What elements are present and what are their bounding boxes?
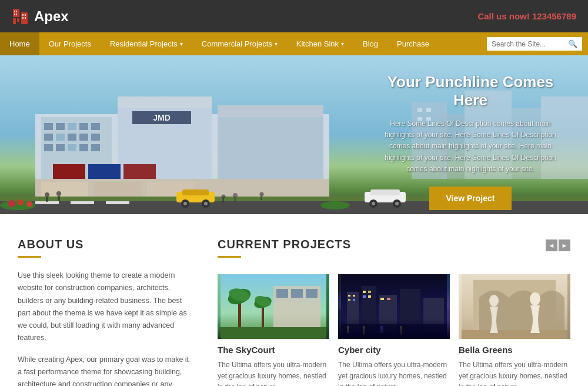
nav-item-blog[interactable]: Blog (353, 32, 387, 55)
projects-nav-arrows: ◄ ► (546, 239, 570, 251)
project-title-2: Cyber city (338, 345, 450, 355)
svg-rect-116 (400, 326, 402, 335)
nav-item-residential[interactable]: Residential Projects ▾ (101, 32, 192, 55)
project-image-1 (218, 274, 329, 339)
svg-rect-95 (220, 327, 326, 339)
nav-item-purchase[interactable]: Purchase (387, 32, 439, 55)
svg-rect-94 (306, 289, 318, 298)
call-label: Call us now! (477, 11, 529, 21)
about-section: ABOUT US Use this sleek looking theme to… (18, 238, 194, 386)
project-card-3: Bella Greens The Ultima offers you ultra… (459, 274, 570, 386)
svg-rect-2 (17, 18, 19, 22)
svg-rect-114 (363, 326, 365, 335)
svg-rect-113 (347, 326, 349, 333)
nav-item-commercial[interactable]: Commercial Projects ▾ (192, 32, 287, 55)
nav-item-kitchen-sink[interactable]: Kitchen Sink ▾ (287, 32, 353, 55)
about-paragraph-2: While creating Apex, our primary goal wa… (18, 354, 194, 387)
svg-rect-5 (16, 11, 17, 12)
projects-section: CURRENT PROJECTS ◄ ► (218, 238, 570, 386)
svg-rect-112 (341, 324, 447, 339)
svg-rect-101 (423, 298, 444, 333)
svg-rect-4 (14, 11, 15, 12)
project-card-1: The SkyCourt The Ultima offers you ultra… (218, 274, 329, 386)
svg-rect-8 (22, 14, 24, 16)
svg-rect-97 (347, 292, 359, 333)
hero-content: Your Punchline Comes Here Here Some Line… (376, 73, 564, 210)
projects-prev-button[interactable]: ◄ (546, 239, 557, 251)
svg-rect-99 (379, 295, 397, 333)
project-card-2: Cyber city The Ultima offers you ultra-m… (338, 274, 450, 386)
about-title: ABOUT US (18, 238, 194, 251)
projects-underline (218, 256, 241, 258)
svg-rect-0 (13, 9, 19, 17)
kitchen-arrow-icon: ▾ (341, 41, 344, 47)
project-desc-3: The Ultima offers you ultra-modern yet g… (459, 360, 570, 386)
svg-rect-6 (14, 14, 15, 15)
svg-rect-1 (13, 18, 16, 24)
logo-text: Apex (34, 8, 69, 25)
svg-rect-100 (400, 289, 420, 333)
logo[interactable]: Apex (12, 8, 69, 25)
view-project-button[interactable]: View Project (429, 187, 511, 210)
svg-rect-111 (387, 298, 390, 300)
project-title-3: Bella Greens (459, 345, 570, 355)
svg-rect-104 (348, 299, 350, 301)
hero-section: JMD (0, 55, 588, 214)
svg-rect-3 (21, 12, 28, 24)
svg-rect-102 (348, 295, 350, 297)
svg-rect-109 (368, 295, 371, 298)
project-desc-2: The Ultima offers you ultra-modern yet g… (338, 360, 450, 386)
search-button[interactable]: 🔍 (568, 39, 577, 48)
svg-rect-110 (380, 298, 384, 300)
search-box: 🔍 (487, 37, 582, 51)
svg-rect-7 (16, 14, 17, 15)
projects-next-button[interactable]: ► (559, 239, 570, 251)
main-nav: Home Our Projects Residential Projects ▾… (0, 32, 588, 55)
nav-item-our-projects[interactable]: Our Projects (39, 32, 101, 55)
commercial-arrow-icon: ▾ (275, 41, 278, 47)
svg-rect-119 (462, 330, 567, 339)
projects-grid: The SkyCourt The Ultima offers you ultra… (218, 274, 570, 386)
svg-point-120 (489, 295, 499, 307)
svg-rect-9 (25, 14, 26, 16)
project-image-3 (459, 274, 570, 339)
svg-rect-93 (291, 289, 303, 298)
call-us-section: Call us now! 123456789 (477, 11, 576, 21)
about-underline (18, 256, 41, 258)
hero-description: Here Some Lines Of Description comes abo… (376, 118, 564, 175)
residential-arrow-icon: ▾ (180, 41, 183, 47)
main-content: ABOUT US Use this sleek looking theme to… (0, 214, 588, 386)
svg-rect-115 (380, 326, 383, 333)
projects-title: CURRENT PROJECTS (218, 238, 351, 251)
logo-icon (12, 8, 29, 25)
about-paragraph-1: Use this sleek looking theme to create a… (18, 269, 194, 345)
svg-rect-107 (368, 291, 371, 293)
nav-item-home[interactable]: Home (0, 32, 39, 55)
project-image-2 (338, 274, 450, 339)
svg-rect-11 (25, 17, 26, 19)
svg-rect-92 (276, 289, 288, 298)
svg-rect-108 (363, 295, 366, 298)
project-title-1: The SkyCourt (218, 345, 329, 355)
search-input[interactable] (492, 40, 568, 48)
svg-rect-10 (22, 17, 24, 19)
header: Apex Call us now! 123456789 (0, 0, 588, 32)
hero-title: Your Punchline Comes Here (376, 73, 564, 109)
svg-point-121 (530, 292, 540, 305)
svg-rect-106 (363, 291, 366, 293)
projects-header: CURRENT PROJECTS ◄ ► (218, 238, 570, 269)
svg-rect-105 (353, 299, 355, 301)
project-desc-1: The Ultima offers you ultra-modern yet g… (218, 360, 329, 386)
svg-rect-103 (353, 295, 355, 297)
phone-number[interactable]: 123456789 (532, 11, 576, 21)
